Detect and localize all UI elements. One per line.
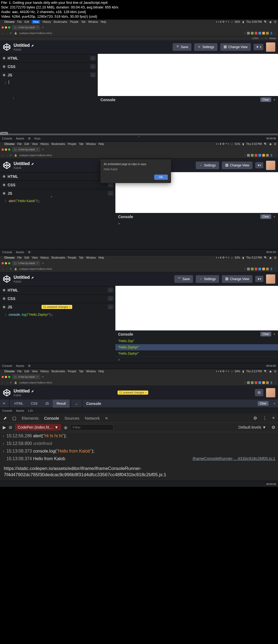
tab-html[interactable]: HTML [11,400,27,408]
chevron-down-icon[interactable]: ⌄ [90,73,96,77]
eye-icon[interactable]: ◉ [64,425,68,430]
settings-button[interactable]: Settings [194,43,217,51]
clear-button[interactable]: Clear [260,214,271,219]
js-pane-header[interactable]: JS11 unsaved changes×⌄ [0,303,115,311]
clear-button[interactable]: Clear [258,401,268,406]
zoom-reset[interactable]: Reset [269,37,276,40]
tab-css[interactable]: CSS [27,400,42,408]
menu-history[interactable]: History [43,20,51,23]
menu-help[interactable]: Help [101,20,106,23]
scale[interactable]: 1.0× [28,409,33,412]
unsaved-badge[interactable]: 11 unsaved changes× [42,305,72,309]
close-icon[interactable]: × [37,26,38,29]
chevron-down-icon[interactable]: ⌄ [90,64,96,69]
dt-tab-sources[interactable]: Sources [65,416,80,420]
settings-button[interactable]: Settings [196,162,219,169]
app-name[interactable]: Chrome [4,20,15,23]
pin-button[interactable]: ▾ [254,44,263,50]
layout-toggle-button[interactable] [255,389,263,396]
chevron-down-icon[interactable]: ⌄ [72,401,81,406]
edit-icon[interactable] [31,44,34,47]
bottom-console[interactable]: Console [2,137,12,140]
pin-button[interactable]: ★▾ [255,162,263,168]
css-pane-header[interactable]: CSS⌄ [0,62,98,71]
new-tab-button[interactable]: + [42,26,44,29]
dt-tab-console[interactable]: Console [44,416,59,420]
device-icon[interactable]: ▢ [12,416,16,421]
dt-close-icon[interactable]: × [272,416,275,420]
context-selector[interactable]: CodePen (index.ht…▼ [15,424,61,431]
change-view-button[interactable]: Change View [222,162,252,169]
menu-view[interactable]: View [32,20,40,24]
reload-button[interactable]: ⟳ [10,32,12,35]
fwd-button[interactable]: → [6,32,8,35]
dt-settings-icon[interactable]: ⚙ [253,416,257,421]
dt-menu-icon[interactable]: ⋮ [263,416,267,421]
dt-toggle-icon[interactable]: ▶ [3,425,6,430]
siri-icon[interactable]: ◉ [269,20,272,23]
pen-title[interactable]: Untitled [14,43,30,48]
browser-tab[interactable]: ▢A Pen by Kalob× [12,374,40,379]
settings-icon[interactable] [0,402,8,405]
change-view-button[interactable]: Change View [222,275,252,283]
console-body[interactable]: "Hello Zep" "Hello Zephyr" "Hello Zephyr… [115,338,278,363]
dt-tab-network[interactable]: Network [85,416,100,420]
clear-button[interactable]: Clear [260,97,271,102]
js-pane-header[interactable]: JS⌄ [0,189,115,197]
close-icon[interactable]: × [271,402,278,405]
search-icon[interactable]: 🔍 [264,20,267,23]
pin-button[interactable]: ★▾ [255,276,263,282]
tab-js[interactable]: JS [41,400,53,408]
html-pane-header[interactable]: HTML⌄ [0,172,115,181]
inspect-icon[interactable]: ⬈ [3,416,7,421]
js-editor[interactable]: 1alert("Hello Kalob");⌖ [0,197,115,249]
change-view-button[interactable]: Change View [220,43,251,51]
avatar[interactable] [266,388,275,397]
console-log[interactable]: ›15:12:56.286 alert("Hi hi hi hi"); ‹15:… [0,432,278,463]
settings-button[interactable]: Settings [196,275,219,283]
console-body[interactable]: > [115,221,278,249]
address[interactable]: codepen.io/pen/?editors=0011 [19,32,242,35]
js-pane-header[interactable]: JS⌄ [0,71,98,79]
save-button[interactable]: Save [174,275,193,283]
bottom-assets[interactable]: Assets [16,137,24,140]
dt-clear-icon[interactable]: ⊘ [9,425,12,430]
filter-input[interactable] [70,424,114,431]
browser-tab[interactable]: ▢A Pen by Kalob× [12,25,40,30]
zoom-out[interactable]: − [261,37,263,40]
css-pane-header[interactable]: CSS⌄ [0,181,115,189]
close-icon[interactable]: × [273,98,275,102]
unsaved-badge[interactable]: 11 unsaved changes× [118,391,149,395]
close-icon[interactable]: × [273,332,275,336]
menu-people[interactable]: People [70,20,78,23]
html-pane-header[interactable]: HTML⌄ [0,54,98,62]
alert-ok-button[interactable]: OK [154,175,168,180]
js-editor[interactable]: 1I [0,79,98,134]
menu-file[interactable]: File [17,20,22,23]
preview-pane[interactable] [115,286,278,330]
menu-tab[interactable]: Tab [81,20,86,23]
tab-result[interactable]: Result [53,400,70,408]
dt-gear-icon[interactable]: ⚙ [271,425,275,430]
window-controls[interactable] [2,26,10,29]
close-icon[interactable]: × [273,215,275,219]
menu-bookmarks[interactable]: Bookmarks [54,20,67,23]
source-link[interactable]: iframeConsoleRunner-…431bc918c2bf05.js:1 [193,456,275,462]
extensions[interactable]: ☆👤⋮ [244,32,276,35]
console-body[interactable] [98,104,278,134]
save-button[interactable]: Save [173,43,191,51]
browser-tab[interactable]: ▢A Pen by Kalob× [12,261,40,266]
codepen-logo-icon[interactable] [3,161,11,169]
menu-edit[interactable]: Edit [24,20,29,23]
chevron-down-icon[interactable]: ⌄ [90,56,96,60]
preview-pane[interactable] [98,54,278,96]
avatar[interactable] [266,274,275,284]
js-editor[interactable]: 1console.log("Hello Zephyr"); [0,311,115,363]
css-pane-header[interactable]: CSS⌄ [0,294,115,303]
codepen-logo-icon[interactable] [3,43,11,51]
bottom-keys[interactable]: Keys [34,137,40,140]
dt-tab-elements[interactable]: Elements [22,416,39,420]
avatar[interactable] [266,42,275,52]
more-tabs-icon[interactable]: » [105,416,108,420]
html-pane-header[interactable]: HTML⌄ [0,286,115,294]
